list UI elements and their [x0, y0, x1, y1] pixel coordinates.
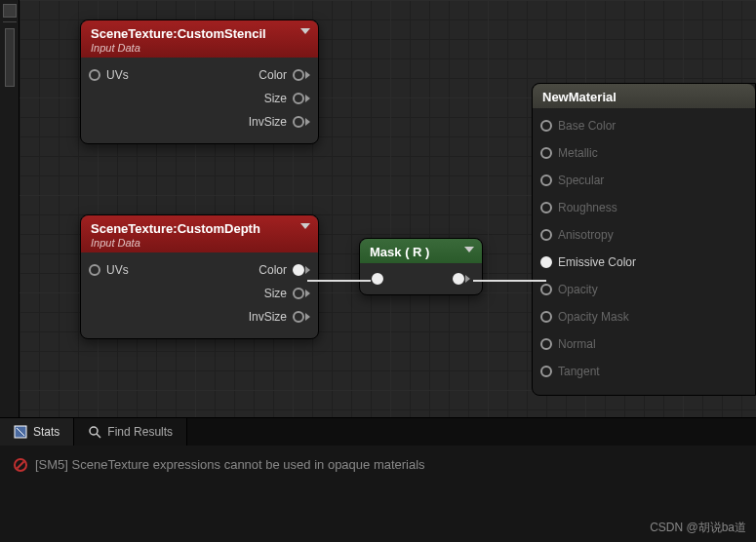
- pin-label: Metallic: [558, 146, 741, 160]
- pin-label: Opacity: [558, 283, 741, 296]
- material-pin-row: Opacity Mask: [540, 303, 747, 330]
- pin-label: Roughness: [558, 201, 741, 214]
- pin-label: Tangent: [558, 365, 741, 378]
- material-pin-row: Roughness: [540, 194, 747, 221]
- pin-label: Emissive Color: [558, 255, 741, 269]
- output-pin[interactable]: [453, 273, 464, 285]
- separator: [3, 21, 17, 22]
- watermark: CSDN @胡说ba道: [650, 520, 746, 536]
- input-pin[interactable]: [540, 202, 552, 213]
- pin-label: Base Color: [558, 119, 741, 133]
- material-pin-row: Opacity: [540, 276, 747, 303]
- material-pin-row: Base Color: [540, 112, 747, 139]
- pin-label: UVs: [106, 263, 129, 277]
- node-title: SceneTexture:CustomStencil: [91, 26, 308, 41]
- pin-label: Specular: [558, 174, 741, 187]
- error-icon: [14, 458, 27, 472]
- tab-stats[interactable]: Stats: [0, 418, 74, 445]
- stats-icon: [14, 425, 27, 439]
- node-title: Mask ( R ): [370, 245, 472, 259]
- pin-label: UVs: [106, 68, 129, 82]
- input-pin[interactable]: [540, 120, 552, 132]
- material-pin-row: Anisotropy: [540, 221, 747, 249]
- pin-label: Opacity Mask: [558, 310, 741, 324]
- pin-arrow-icon: [465, 275, 470, 283]
- output-pin-color[interactable]: [293, 69, 304, 81]
- pin-label: InvSize: [249, 310, 287, 324]
- tab-label: Stats: [33, 425, 60, 439]
- pin-label: Normal: [558, 337, 741, 351]
- node-subtitle: Input Data: [91, 42, 308, 54]
- pin-label: Anisotropy: [558, 228, 741, 242]
- input-pin[interactable]: [540, 366, 552, 377]
- left-toolbar: [0, 0, 20, 417]
- node-scenetexture-stencil[interactable]: SceneTexture:CustomStencil Input Data UV…: [80, 19, 319, 144]
- node-material-output[interactable]: NewMaterial Base ColorMetallicSpecularRo…: [532, 83, 756, 396]
- output-pin-invsize[interactable]: [293, 116, 304, 128]
- node-header[interactable]: SceneTexture:CustomStencil Input Data: [81, 20, 318, 58]
- pin-label: InvSize: [249, 115, 287, 129]
- log-output: [SM5] SceneTexture expressions cannot be…: [0, 445, 756, 484]
- pin-arrow-icon: [305, 266, 310, 274]
- output-pin-color[interactable]: [293, 264, 304, 276]
- node-title: SceneTexture:CustomDepth: [91, 221, 308, 236]
- search-icon: [88, 425, 101, 439]
- material-pin-row: Tangent: [540, 358, 747, 385]
- node-scenetexture-depth[interactable]: SceneTexture:CustomDepth Input Data UVs …: [80, 214, 319, 339]
- pin-label: Size: [264, 92, 287, 105]
- input-pin[interactable]: [540, 311, 552, 323]
- pin-arrow-icon: [305, 71, 310, 79]
- input-pin[interactable]: [540, 284, 552, 295]
- node-body: UVs Color Size InvSize: [81, 252, 318, 338]
- node-body: Base ColorMetallicSpecularRoughnessAniso…: [533, 108, 755, 395]
- pin-label: Size: [264, 287, 287, 300]
- chevron-down-icon[interactable]: [300, 223, 310, 229]
- material-graph-canvas[interactable]: SceneTexture:CustomStencil Input Data UV…: [0, 0, 756, 417]
- material-pin-row: Metallic: [540, 139, 747, 167]
- tab-label: Find Results: [107, 425, 173, 439]
- output-pin-size[interactable]: [293, 93, 304, 104]
- pin-arrow-icon: [305, 95, 310, 102]
- tab-find-results[interactable]: Find Results: [74, 418, 187, 445]
- chevron-down-icon[interactable]: [300, 28, 310, 34]
- pin-label: Color: [259, 263, 287, 277]
- svg-point-1: [90, 427, 98, 435]
- panel-handle[interactable]: [5, 28, 15, 87]
- input-pin-uvs[interactable]: [89, 69, 100, 81]
- node-subtitle: Input Data: [91, 237, 308, 249]
- material-pin-row: Specular: [540, 167, 747, 194]
- input-pin[interactable]: [540, 229, 552, 241]
- bottom-panel: Stats Find Results [SM5] SceneTexture ex…: [0, 417, 756, 542]
- tab-bar: Stats Find Results: [0, 418, 756, 445]
- input-pin[interactable]: [540, 147, 552, 159]
- node-header[interactable]: Mask ( R ): [360, 239, 482, 263]
- pin-arrow-icon: [305, 290, 310, 297]
- pin-arrow-icon: [305, 313, 310, 321]
- node-header[interactable]: NewMaterial: [533, 84, 755, 108]
- input-pin[interactable]: [372, 273, 383, 285]
- node-body: [360, 263, 482, 294]
- input-pin[interactable]: [540, 338, 552, 350]
- input-pin[interactable]: [540, 256, 552, 268]
- node-title: NewMaterial: [542, 90, 745, 104]
- toolbar-button[interactable]: [3, 4, 17, 18]
- input-pin[interactable]: [540, 174, 552, 186]
- node-header[interactable]: SceneTexture:CustomDepth Input Data: [81, 215, 318, 252]
- output-pin-invsize[interactable]: [293, 311, 304, 323]
- node-mask[interactable]: Mask ( R ): [359, 238, 483, 295]
- node-body: UVs Color Size InvSize: [81, 58, 318, 143]
- log-message: [SM5] SceneTexture expressions cannot be…: [35, 457, 425, 472]
- pin-label: Color: [259, 68, 287, 82]
- pin-arrow-icon: [305, 118, 310, 126]
- material-pin-row: Normal: [540, 330, 747, 358]
- output-pin-size[interactable]: [293, 288, 304, 299]
- input-pin-uvs[interactable]: [89, 264, 100, 276]
- chevron-down-icon[interactable]: [464, 247, 474, 252]
- svg-line-2: [97, 434, 100, 438]
- material-pin-row: Emissive Color: [540, 249, 747, 276]
